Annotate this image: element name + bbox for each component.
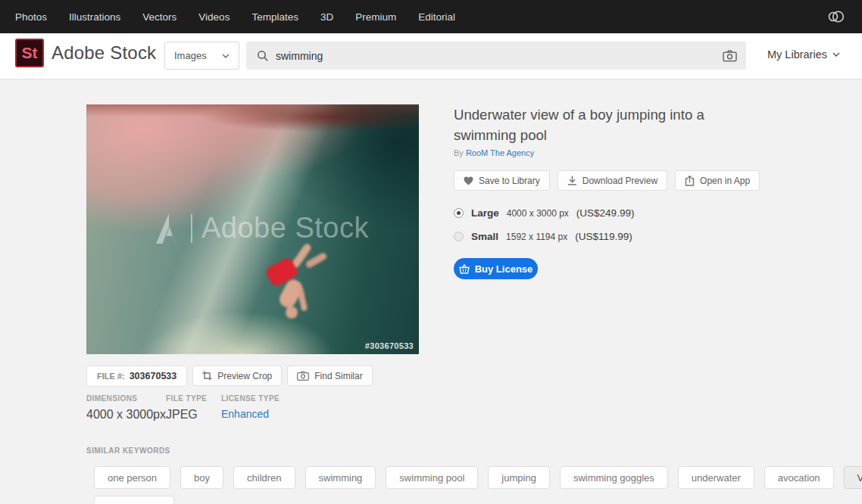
find-similar-label: Find Similar	[314, 371, 362, 381]
keyword-chip-partial[interactable]	[94, 496, 174, 504]
keyword-chip[interactable]: boy	[180, 466, 223, 489]
nav-item-templates[interactable]: Templates	[251, 11, 298, 23]
license-type-label: LICENSE TYPE	[221, 394, 280, 403]
buy-license-label: Buy License	[475, 263, 533, 275]
crop-icon	[202, 371, 212, 381]
creative-cloud-icon[interactable]	[826, 8, 845, 25]
save-to-library-button[interactable]: Save to Library	[454, 170, 550, 191]
license-column: LICENSE TYPE Enhanced	[221, 394, 280, 422]
asset-details-panel: Underwater view of a boy jumping into a …	[454, 104, 757, 279]
keyword-chip[interactable]: swimming	[305, 466, 376, 489]
preview-crop-button[interactable]: Preview Crop	[192, 366, 282, 386]
size-name: Large	[471, 207, 499, 219]
author-link[interactable]: RooM The Agency	[466, 148, 534, 157]
open-in-app-button[interactable]: Open in App	[675, 170, 760, 191]
heart-icon	[464, 176, 473, 185]
size-option-large[interactable]: Large 4000 x 3000 px (US$249.99)	[454, 207, 757, 219]
size-dimensions: 1592 x 1194 px	[506, 232, 567, 242]
dimensions-value: 4000 x 3000px	[86, 408, 166, 422]
radio-selected-icon[interactable]	[454, 208, 464, 218]
size-option-small[interactable]: Small 1592 x 1194 px (US$119.99)	[454, 231, 757, 242]
dimensions-column: DIMENSIONS 4000 x 3000px	[86, 394, 166, 422]
action-buttons: Save to Library Download Preview Open in…	[454, 170, 757, 191]
search-bar	[246, 42, 746, 70]
adobe-stock-watermark: Adobe Stock	[106, 212, 419, 244]
license-size-options: Large 4000 x 3000 px (US$249.99) Small 1…	[454, 207, 757, 242]
filetype-label: FILE TYPE	[166, 394, 221, 403]
keyword-chip[interactable]: underwater	[678, 466, 754, 489]
top-navigation: Photos Illustrations Vectors Videos Temp…	[0, 0, 862, 33]
size-name: Small	[471, 231, 498, 242]
file-number-value: 303670533	[130, 371, 177, 381]
camera-search-icon[interactable]	[723, 50, 737, 62]
byline-prefix: By	[454, 148, 464, 157]
filetype-value: JPEG	[166, 408, 221, 422]
adobe-stock-logo[interactable]: St	[15, 39, 44, 67]
search-category-dropdown[interactable]: Images	[164, 42, 239, 70]
nav-item-premium[interactable]: Premium	[355, 11, 396, 23]
find-similar-button[interactable]: Find Similar	[287, 366, 372, 386]
nav-item-vectors[interactable]: Vectors	[142, 11, 176, 23]
chevron-down-icon	[222, 54, 230, 58]
search-icon	[257, 50, 269, 62]
dimensions-label: DIMENSIONS	[86, 394, 166, 403]
search-input[interactable]	[276, 50, 723, 62]
chevron-down-icon	[832, 52, 840, 57]
keyword-chip[interactable]: swimming pool	[386, 466, 478, 489]
radio-unselected-icon[interactable]	[454, 232, 464, 241]
download-preview-button[interactable]: Download Preview	[557, 170, 667, 191]
nav-item-videos[interactable]: Videos	[198, 11, 230, 23]
asset-metadata: DIMENSIONS 4000 x 3000px FILE TYPE JPEG …	[86, 394, 280, 422]
top-nav-items: Photos Illustrations Vectors Videos Temp…	[15, 11, 455, 23]
asset-title: Underwater view of a boy jumping into a …	[454, 104, 757, 145]
search-category-label: Images	[174, 50, 207, 61]
keyword-chip[interactable]: one person	[94, 466, 170, 489]
file-toolbar: FILE #: 303670533 Preview Crop Find Simi…	[86, 366, 373, 387]
image-id-overlay: #303670533	[365, 341, 414, 350]
stock-image-preview[interactable]: Adobe Stock #303670533	[86, 104, 419, 354]
nav-item-illustrations[interactable]: Illustrations	[69, 11, 120, 23]
open-in-app-label: Open in App	[700, 176, 750, 186]
my-libraries-label: My Libraries	[767, 48, 827, 61]
site-header: St Adobe Stock Images My Libraries	[0, 33, 862, 79]
file-number-label: FILE #:	[97, 372, 125, 381]
download-preview-label: Download Preview	[582, 176, 657, 186]
camera-icon	[297, 371, 309, 381]
nav-item-3d[interactable]: 3D	[320, 11, 333, 23]
nav-item-editorial[interactable]: Editorial	[418, 11, 455, 23]
basket-icon	[459, 264, 470, 274]
size-price: (US$119.99)	[575, 231, 632, 242]
brand-title: Adobe Stock	[52, 42, 156, 64]
keyword-chip[interactable]: swimming goggles	[560, 466, 668, 489]
preview-crop-label: Preview Crop	[217, 371, 272, 381]
byline: By RooM The Agency	[454, 148, 757, 157]
size-price: (US$249.99)	[576, 207, 635, 219]
keyword-chip[interactable]: children	[233, 466, 295, 489]
keyword-chips-row: one person boy children swimming swimmin…	[94, 466, 862, 489]
license-type-link[interactable]: Enhanced	[221, 408, 280, 420]
watermark-text: Adobe Stock	[201, 212, 369, 244]
watermark-divider	[191, 214, 192, 243]
keyword-chip[interactable]: jumping	[488, 466, 550, 489]
similar-keywords-label: SIMILAR KEYWORDS	[86, 446, 170, 455]
adobe-logo-icon	[156, 213, 182, 244]
open-external-icon	[685, 176, 695, 186]
nav-item-photos[interactable]: Photos	[15, 11, 47, 23]
download-icon	[567, 176, 577, 185]
view-all-keywords-button[interactable]: View all ›	[844, 466, 862, 489]
size-dimensions: 4000 x 3000 px	[507, 208, 569, 219]
keyword-chip[interactable]: avocation	[764, 466, 834, 489]
buy-license-button[interactable]: Buy License	[454, 258, 538, 279]
file-number-chip[interactable]: FILE #: 303670533	[86, 366, 187, 387]
filetype-column: FILE TYPE JPEG	[166, 394, 221, 422]
save-to-library-label: Save to Library	[479, 176, 540, 186]
my-libraries-dropdown[interactable]: My Libraries	[767, 48, 840, 61]
